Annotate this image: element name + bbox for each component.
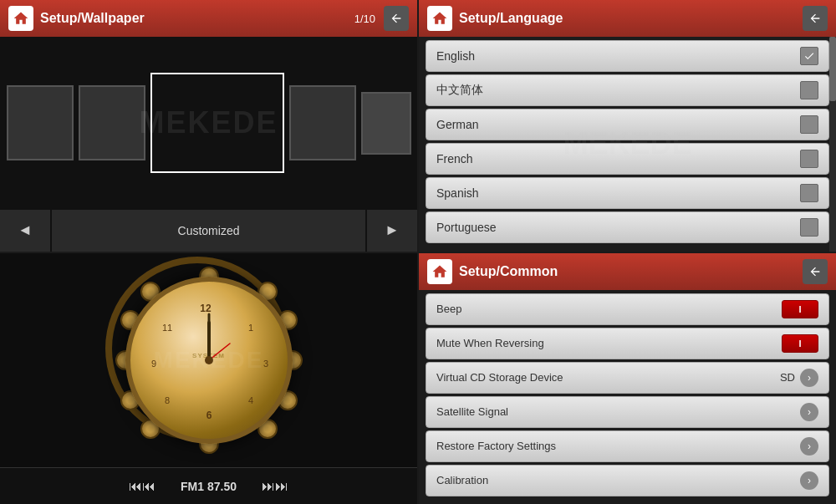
lang-checkbox-1 — [800, 81, 818, 99]
svg-text:8: 8 — [164, 395, 169, 405]
lang-name-0: English — [436, 49, 800, 63]
wallpaper-content: MEKEDE — [0, 37, 417, 210]
common-home-icon[interactable] — [427, 259, 452, 284]
item-value-2: SD — [780, 371, 795, 384]
svg-point-11 — [205, 356, 213, 364]
language-item-0[interactable]: English — [426, 40, 829, 72]
item-label-0: Beep — [436, 303, 782, 315]
language-item-1[interactable]: 中文简体 — [426, 74, 829, 106]
common-item-0[interactable]: Beep I — [426, 293, 829, 325]
language-header: Setup/Language — [419, 0, 836, 37]
common-item-5[interactable]: Calibration › — [426, 465, 829, 496]
item-label-5: Calibration — [436, 474, 800, 486]
language-home-icon[interactable] — [427, 6, 452, 31]
wallpaper-customized-button[interactable]: Customized — [50, 210, 367, 252]
common-content: Beep I Mute When Reversing I Virtual CD … — [419, 290, 836, 505]
language-back-button[interactable] — [803, 6, 828, 31]
lang-name-5: Portuguese — [436, 221, 800, 234]
toggle-0[interactable]: I — [782, 300, 818, 318]
toggle-1[interactable]: I — [782, 334, 818, 353]
lang-checkbox-2 — [800, 115, 818, 134]
common-header: Setup/Common — [419, 253, 836, 290]
lang-checkbox-3 — [800, 150, 818, 168]
media-prev-button[interactable]: ⏮⏮ — [129, 479, 155, 494]
chevron-2: › — [800, 369, 818, 387]
common-item-1[interactable]: Mute When Reversing I — [426, 328, 829, 359]
language-item-2[interactable]: German — [426, 109, 829, 140]
svg-text:1: 1 — [247, 323, 252, 333]
item-label-1: Mute When Reversing — [436, 337, 782, 349]
common-title: Setup/Common — [459, 264, 803, 279]
svg-text:9: 9 — [150, 359, 155, 369]
chevron-5: › — [800, 471, 818, 490]
clock-bottom-bar: ⏮⏮ FM1 87.50 ⏭⏭ — [0, 467, 417, 504]
clock-face: SYSTEM 12 1 3 4 6 8 9 11 — [125, 277, 293, 444]
lang-name-3: French — [436, 152, 800, 165]
common-item-3[interactable]: Satellite Signal › — [426, 396, 829, 428]
wallpaper-next-button[interactable]: ► — [367, 210, 417, 252]
lang-name-4: Spanish — [436, 186, 800, 200]
common-item-2[interactable]: Virtual CD Storage Device SD › — [426, 362, 829, 394]
station-info: FM1 87.50 — [181, 480, 237, 493]
media-next-button[interactable]: ⏭⏭ — [262, 479, 288, 494]
lang-name-2: German — [436, 118, 800, 131]
svg-text:4: 4 — [247, 395, 252, 405]
item-label-4: Restore Factory Settings — [436, 440, 800, 452]
lang-checkbox-0 — [800, 47, 818, 65]
language-content: English 中文简体 German French Spanish Portu… — [419, 37, 836, 252]
language-item-5[interactable]: Portuguese — [426, 211, 829, 243]
wallpaper-thumb-4[interactable] — [289, 85, 356, 160]
wallpaper-thumbnails — [0, 64, 417, 181]
language-scrollbar[interactable] — [829, 37, 836, 252]
common-back-button[interactable] — [803, 259, 828, 284]
language-item-4[interactable]: Spanish — [426, 177, 829, 209]
lang-name-1: 中文简体 — [436, 83, 800, 98]
item-label-2: Virtual CD Storage Device — [436, 371, 780, 384]
common-item-4[interactable]: Restore Factory Settings › — [426, 430, 829, 462]
svg-text:11: 11 — [161, 323, 171, 333]
svg-text:12: 12 — [200, 303, 212, 314]
wallpaper-page-num: 1/10 — [354, 13, 375, 25]
item-label-3: Satellite Signal — [436, 405, 800, 418]
lang-checkbox-4 — [800, 184, 818, 202]
wallpaper-thumb-1[interactable] — [7, 85, 74, 160]
svg-text:3: 3 — [263, 359, 268, 369]
lang-checkbox-5 — [800, 218, 818, 237]
svg-text:6: 6 — [206, 410, 212, 421]
chevron-4: › — [800, 437, 818, 456]
wallpaper-prev-button[interactable]: ◄ — [0, 210, 50, 252]
wallpaper-thumb-5[interactable] — [361, 92, 411, 155]
wallpaper-title: Setup/Wallpaper — [40, 11, 354, 26]
language-panel: Setup/Language English 中文简体 German Frenc… — [419, 0, 836, 252]
wallpaper-back-button[interactable] — [384, 6, 409, 31]
language-item-3[interactable]: French — [426, 143, 829, 175]
clock-content: SYSTEM 12 1 3 4 6 8 9 11 — [0, 253, 417, 468]
chevron-3: › — [800, 403, 818, 421]
wallpaper-nav: ◄ Customized ► — [0, 210, 417, 252]
language-title: Setup/Language — [459, 11, 803, 26]
wallpaper-header: Setup/Wallpaper 1/10 — [0, 0, 417, 37]
wallpaper-thumb-2[interactable] — [79, 85, 145, 160]
wallpaper-home-icon[interactable] — [8, 6, 33, 31]
common-panel: Setup/Common Beep I Mute When Reversing … — [419, 253, 836, 505]
wallpaper-panel: Setup/Wallpaper 1/10 MEKEDE ◄ Customized… — [0, 0, 417, 252]
wallpaper-thumb-main[interactable] — [150, 73, 284, 173]
clock-panel: SYSTEM 12 1 3 4 6 8 9 11 — [0, 253, 417, 505]
